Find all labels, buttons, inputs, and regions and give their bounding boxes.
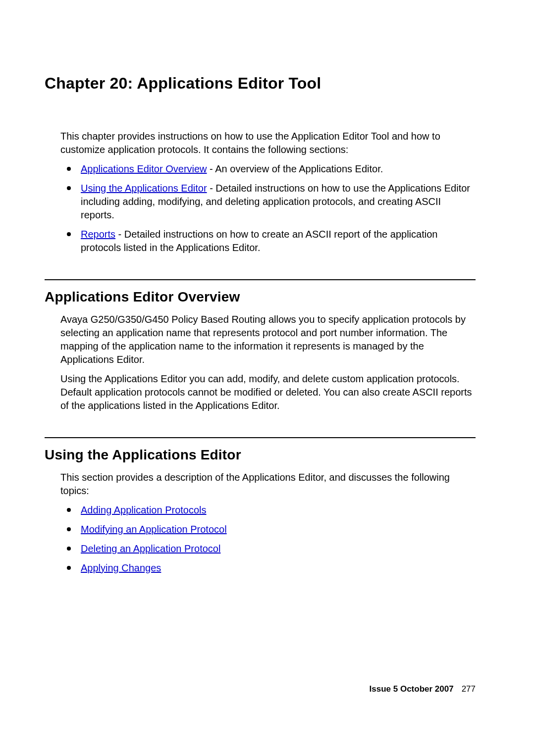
link-modifying-application-protocol[interactable]: Modifying an Application Protocol — [81, 524, 227, 535]
link-deleting-application-protocol[interactable]: Deleting an Application Protocol — [81, 543, 220, 554]
intro-list: Applications Editor Overview - An overvi… — [67, 162, 476, 254]
using-list-item: Adding Application Protocols — [67, 504, 476, 517]
intro-item-desc: - Detailed instructions on how to create… — [81, 229, 437, 253]
chapter-title: Chapter 20: Applications Editor Tool — [45, 74, 476, 93]
footer-issue: Issue 5 October 2007 — [370, 684, 454, 694]
using-list-item: Deleting an Application Protocol — [67, 542, 476, 555]
link-applying-changes[interactable]: Applying Changes — [81, 562, 161, 573]
intro-paragraph: This chapter provides instructions on ho… — [60, 130, 476, 156]
link-adding-application-protocols[interactable]: Adding Application Protocols — [81, 504, 207, 515]
intro-list-item: Applications Editor Overview - An overvi… — [67, 162, 476, 176]
section-heading-overview: Applications Editor Overview — [45, 289, 476, 305]
page-footer: Issue 5 October 2007277 — [370, 684, 476, 694]
section-heading-using: Using the Applications Editor — [45, 447, 476, 463]
section-rule — [45, 279, 476, 280]
overview-paragraph-1: Avaya G250/G350/G450 Policy Based Routin… — [60, 313, 476, 366]
footer-page-number: 277 — [462, 684, 476, 694]
using-list: Adding Application Protocols Modifying a… — [67, 504, 476, 575]
intro-list-item: Reports - Detailed instructions on how t… — [67, 228, 476, 254]
intro-item-desc: - An overview of the Applications Editor… — [207, 163, 383, 174]
link-using-applications-editor[interactable]: Using the Applications Editor — [81, 183, 207, 194]
link-applications-editor-overview[interactable]: Applications Editor Overview — [81, 163, 207, 174]
intro-list-item: Using the Applications Editor - Detailed… — [67, 182, 476, 222]
using-list-item: Modifying an Application Protocol — [67, 523, 476, 536]
link-reports[interactable]: Reports — [81, 229, 115, 240]
using-list-item: Applying Changes — [67, 561, 476, 575]
overview-paragraph-2: Using the Applications Editor you can ad… — [60, 372, 476, 412]
page-content: Chapter 20: Applications Editor Tool Thi… — [0, 0, 535, 619]
using-paragraph: This section provides a description of t… — [60, 471, 476, 498]
section-rule — [45, 437, 476, 438]
